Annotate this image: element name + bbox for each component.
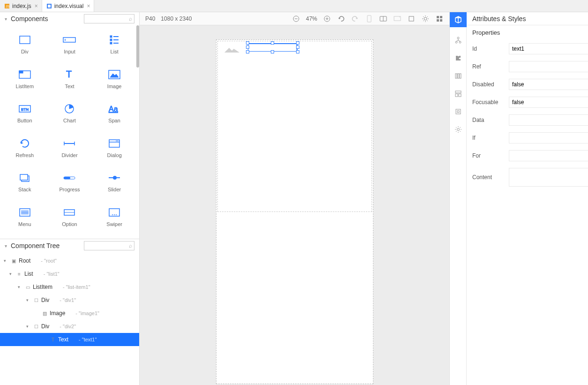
scrollbar-thumb[interactable] xyxy=(136,25,139,68)
svg-rect-31 xyxy=(64,177,70,179)
component-button[interactable]: BTNButton xyxy=(2,99,47,131)
prop-input-disabled[interactable] xyxy=(509,79,588,90)
component-listitem[interactable]: ListItem xyxy=(2,65,47,97)
component-divider[interactable]: Divider xyxy=(47,134,92,166)
image-icon xyxy=(107,68,121,81)
svg-point-80 xyxy=(457,128,459,131)
undo-icon[interactable] xyxy=(337,15,345,23)
component-label: Image xyxy=(107,83,122,89)
tree-header: ▾ Component Tree ⌕ xyxy=(0,239,139,252)
close-icon[interactable]: × xyxy=(87,3,90,9)
grid-icon[interactable] xyxy=(435,15,444,23)
component-span[interactable]: AaSpan xyxy=(92,99,137,131)
chevron-down-icon[interactable]: ▾ xyxy=(5,16,7,22)
prop-input-if[interactable] xyxy=(509,132,588,143)
tv-icon[interactable] xyxy=(393,15,402,23)
tab-label: index.js xyxy=(12,3,31,9)
component-refresh[interactable]: Refresh xyxy=(2,134,47,166)
prop-input-ref[interactable] xyxy=(509,61,588,72)
component-list[interactable]: List xyxy=(92,30,137,62)
components-search[interactable]: ⌕ xyxy=(84,14,134,23)
zoom-in-icon[interactable] xyxy=(323,15,331,23)
tree-node-div[interactable]: ▾☐Div- "div2" xyxy=(0,320,139,333)
chart-icon xyxy=(62,103,76,115)
visual-file-icon xyxy=(46,3,52,9)
prop-input-content[interactable] xyxy=(509,168,588,187)
zoom-out-icon[interactable] xyxy=(292,15,300,23)
option-icon xyxy=(62,206,76,219)
wearable-icon[interactable] xyxy=(407,15,416,23)
tree-node-listitem[interactable]: ▾▭ListItem- "list-item1" xyxy=(0,280,139,294)
tab-index-visual[interactable]: index.visual × xyxy=(42,0,95,12)
component-input[interactable]: Input xyxy=(47,30,92,62)
right-content: Attributes & Styles Properties IdRefDisa… xyxy=(467,12,588,385)
image-placeholder[interactable] xyxy=(223,45,241,53)
div-icon: ☐ xyxy=(33,323,39,330)
component-div[interactable]: Div xyxy=(2,30,47,62)
chevron-icon[interactable]: ▾ xyxy=(26,298,31,302)
component-option[interactable]: Option xyxy=(47,203,92,234)
prop-input-data[interactable] xyxy=(509,114,588,126)
text-icon: T xyxy=(62,68,76,81)
swiper-icon xyxy=(107,206,121,219)
tablet-icon[interactable] xyxy=(379,15,387,23)
component-stack[interactable]: Stack xyxy=(2,168,47,200)
chevron-icon[interactable]: ▾ xyxy=(18,285,22,289)
tree-node-text[interactable]: TText- "text1" xyxy=(0,333,139,346)
canvas-toolbar: P40 1080 x 2340 47% xyxy=(140,12,449,25)
selection-box[interactable] xyxy=(248,43,298,52)
chevron-icon[interactable]: ▾ xyxy=(9,272,14,276)
div-icon xyxy=(18,34,32,46)
chevron-icon[interactable]: ▾ xyxy=(4,258,8,263)
component-label: Swiper xyxy=(106,221,122,227)
box-icon[interactable] xyxy=(454,107,463,116)
light-mode-icon[interactable] xyxy=(421,15,430,23)
svg-marker-17 xyxy=(110,74,119,77)
tree-node-image[interactable]: ▨Image- "image1" xyxy=(0,307,139,320)
component-slider[interactable]: Slider xyxy=(92,168,137,200)
component-dialog[interactable]: Dialog xyxy=(92,134,137,166)
component-menu[interactable]: Menu xyxy=(2,203,47,234)
component-progress[interactable]: Progress xyxy=(47,168,92,200)
cube-icon[interactable] xyxy=(450,12,467,27)
chevron-down-icon[interactable]: ▾ xyxy=(5,243,7,249)
prop-input-focusable[interactable] xyxy=(509,97,588,108)
component-chart[interactable]: Chart xyxy=(47,99,92,131)
gear-icon[interactable] xyxy=(454,125,463,134)
phone-icon[interactable] xyxy=(365,15,373,23)
hierarchy-icon[interactable] xyxy=(454,36,463,45)
root-icon: ▣ xyxy=(10,257,17,264)
svg-line-62 xyxy=(423,20,424,21)
redo-icon[interactable] xyxy=(351,15,359,23)
puzzle-icon[interactable] xyxy=(454,53,463,63)
tab-index-js[interactable]: JS index.js × xyxy=(0,0,42,12)
refresh-icon xyxy=(18,137,32,150)
layout-icon[interactable] xyxy=(454,89,463,98)
component-image[interactable]: Image xyxy=(92,65,137,97)
prop-row-if: If xyxy=(472,132,588,143)
prop-label: Content xyxy=(472,174,505,181)
component-label: List xyxy=(111,49,119,54)
svg-rect-67 xyxy=(440,19,442,22)
properties-title: Properties xyxy=(467,25,588,39)
tree-node-div[interactable]: ▾☐Div- "div1" xyxy=(0,294,139,307)
chevron-icon[interactable]: ▾ xyxy=(26,324,31,329)
prop-label: Id xyxy=(472,45,505,52)
columns-icon[interactable] xyxy=(454,71,463,81)
component-text[interactable]: TText xyxy=(47,65,92,97)
svg-rect-76 xyxy=(455,94,458,97)
tree-node-root[interactable]: ▾▣Root- "root" xyxy=(0,254,139,267)
svg-point-70 xyxy=(455,41,457,43)
tree-search[interactable]: ⌕ xyxy=(84,241,134,250)
component-label: Stack xyxy=(18,187,31,192)
svg-rect-3 xyxy=(48,5,51,8)
svg-rect-73 xyxy=(457,74,459,78)
prop-input-for[interactable] xyxy=(509,150,588,161)
component-swiper[interactable]: Swiper xyxy=(92,203,137,234)
canvas-area[interactable] xyxy=(140,25,449,385)
list-icon xyxy=(107,34,121,46)
tree-node-list[interactable]: ▾≡List- "list1" xyxy=(0,267,139,280)
prop-input-id[interactable] xyxy=(509,43,588,54)
component-label: Button xyxy=(17,118,32,123)
close-icon[interactable]: × xyxy=(35,3,38,9)
